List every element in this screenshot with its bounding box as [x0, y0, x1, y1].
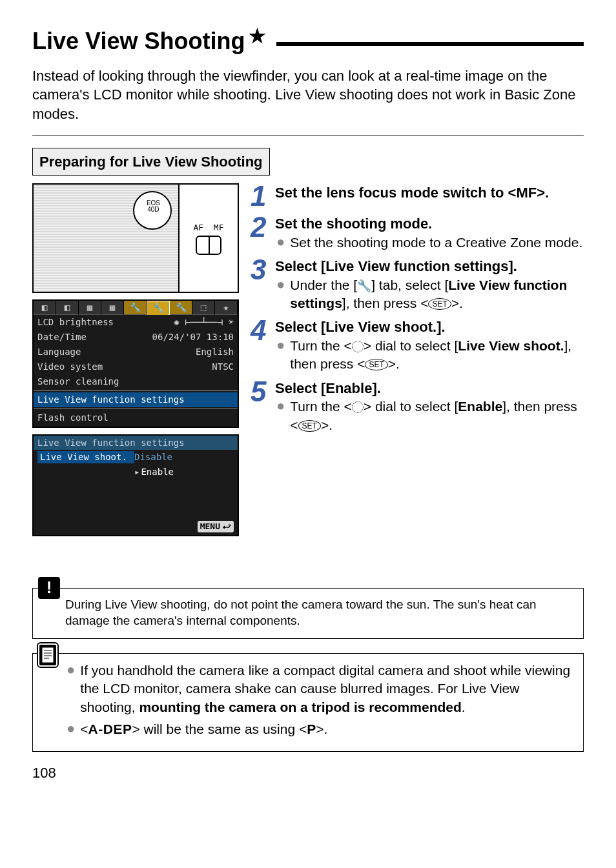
step-body: Select [Live View function settings].●Un… — [275, 257, 584, 312]
notes-icon — [38, 643, 57, 667]
step-number: 5 — [251, 379, 269, 434]
dialog-title: Live View function settings — [34, 436, 238, 450]
title-rule — [276, 42, 584, 46]
step-body: Select [Enable].●Turn the <> dial to sel… — [275, 379, 584, 434]
bullet-icon: ● — [276, 337, 285, 374]
camera-illustration: EOS40D AF MF — [32, 183, 239, 293]
page-title-row: Live View Shooting ★ — [32, 26, 584, 57]
page-number: 108 — [32, 763, 584, 783]
menu-row: Date/Time06/24/'07 13:10 — [34, 330, 238, 345]
step-number: 1 — [251, 183, 269, 209]
step-number: 2 — [251, 214, 269, 252]
page-title: Live View Shooting — [32, 26, 245, 57]
tab-tool1-icon: 🔧 — [124, 301, 147, 315]
step: 2Set the shooting mode.●Set the shooting… — [251, 214, 584, 252]
tab-cam1-icon: ◧ — [34, 301, 56, 315]
warning-icon: ! — [38, 577, 60, 599]
af-mf-label: AF MF — [194, 222, 224, 234]
menu-row: LanguageEnglish — [34, 345, 238, 359]
step-body: Select [Live View shoot.].●Turn the <> d… — [275, 318, 584, 373]
tab-cf-icon: ⬚ — [192, 301, 215, 315]
caret-icon: ▸ — [134, 467, 139, 477]
focus-switch-panel: AF MF — [180, 185, 238, 292]
tab-tool3-icon: 🔧 — [170, 301, 192, 315]
dialog-option-row: Live View shoot. Disable — [34, 450, 238, 465]
return-icon: ⮐ — [223, 521, 231, 532]
note-1-text: If you handhold the camera like a compac… — [80, 661, 574, 716]
option-disable: Disable — [134, 451, 172, 463]
step: 1Set the lens focus mode switch to <MF>. — [251, 183, 584, 209]
step-title: Select [Live View function settings]. — [275, 257, 584, 276]
bullet-text: Under the [🔧] tab, select [Live View fun… — [290, 276, 584, 313]
warning-text: During Live View shooting, do not point … — [65, 598, 537, 628]
eos-badge: EOS40D — [147, 200, 160, 213]
dialog-label: Live View shoot. — [37, 451, 134, 463]
bullet-text: Set the shooting mode to a Creative Zone… — [290, 234, 582, 252]
note-bullet-2: ● <A-DEP> will be the same as using <P>. — [65, 720, 574, 738]
warning-box: ! During Live View shooting, do not poin… — [32, 588, 584, 639]
step-title: Set the shooting mode. — [275, 214, 582, 234]
step-body: Set the lens focus mode switch to <MF>. — [275, 183, 549, 209]
left-column: EOS40D AF MF ◧ ◧ ▦ ▦ 🔧 🔧 🔧 ⬚ ★ — [32, 183, 239, 542]
tab-star-icon: ★ — [215, 301, 238, 315]
intro-text: Instead of looking through the viewfinde… — [32, 66, 584, 136]
svg-rect-0 — [42, 647, 54, 663]
step-title: Set the lens focus mode switch to <MF>. — [275, 183, 549, 203]
lcd-menu-settings: ◧ ◧ ▦ ▦ 🔧 🔧 🔧 ⬚ ★ LCD brightness✺ ⊢──┴──… — [32, 299, 239, 427]
bullet-text: Turn the <> dial to select [Enable], the… — [290, 398, 584, 434]
step-bullet: ●Turn the <> dial to select [Live View s… — [275, 337, 584, 374]
tab-play2-icon: ▦ — [101, 301, 124, 315]
step-number: 4 — [251, 318, 269, 373]
bullet-icon: ● — [67, 720, 75, 738]
step-bullet: ●Under the [🔧] tab, select [Live View fu… — [275, 276, 584, 313]
bullet-icon: ● — [67, 661, 75, 716]
step-title: Select [Live View shoot.]. — [275, 318, 584, 337]
tab-row: ◧ ◧ ▦ ▦ 🔧 🔧 🔧 ⬚ ★ — [34, 301, 238, 315]
camera-body: EOS40D — [34, 185, 180, 292]
body-row: EOS40D AF MF ◧ ◧ ▦ ▦ 🔧 🔧 🔧 ⬚ ★ — [32, 183, 584, 542]
tab-tool2-icon: 🔧 — [147, 301, 170, 315]
lcd-liveview-dialog: Live View function settings Live View sh… — [32, 434, 239, 536]
menu-row: LCD brightness✺ ⊢──┴──⊣ ☀ — [34, 315, 238, 330]
step-body: Set the shooting mode.●Set the shooting … — [275, 214, 582, 252]
step-bullet: ●Turn the <> dial to select [Enable], th… — [275, 398, 584, 434]
bullet-text: Turn the <> dial to select [Live View sh… — [290, 337, 584, 374]
tab-cam2-icon: ◧ — [56, 301, 79, 315]
bullet-icon: ● — [276, 398, 285, 434]
menu-row: Live View function settings — [34, 392, 238, 407]
star-icon: ★ — [249, 23, 266, 50]
steps-column: 1Set the lens focus mode switch to <MF>.… — [251, 183, 584, 542]
step-bullet: ●Set the shooting mode to a Creative Zon… — [275, 234, 582, 252]
menu-row: Sensor cleaning — [34, 374, 238, 389]
option-enable: ▸Enable — [134, 466, 174, 478]
dialog-footer: MENU ⮐ — [34, 518, 238, 534]
step: 3Select [Live View function settings].●U… — [251, 257, 584, 312]
bullet-icon: ● — [276, 276, 285, 313]
bullet-icon: ● — [276, 234, 285, 252]
step: 5Select [Enable].●Turn the <> dial to se… — [251, 379, 584, 434]
step: 4Select [Live View shoot.].●Turn the <> … — [251, 318, 584, 373]
lcd1-rows: LCD brightness✺ ⊢──┴──⊣ ☀Date/Time06/24/… — [34, 315, 238, 425]
note-2-text: <A-DEP> will be the same as using <P>. — [80, 720, 327, 738]
menu-row: Video systemNTSC — [34, 359, 238, 374]
step-title: Select [Enable]. — [275, 379, 584, 398]
dialog-option-enable-row: ▸Enable — [34, 465, 238, 479]
menu-back-button: MENU ⮐ — [198, 521, 234, 532]
notes-box: ● If you handhold the camera like a comp… — [32, 653, 584, 752]
step-number: 3 — [251, 257, 269, 312]
section-heading: Preparing for Live View Shooting — [32, 148, 270, 176]
note-bullet-1: ● If you handhold the camera like a comp… — [65, 661, 574, 716]
menu-row: Flash control — [34, 410, 238, 425]
focus-switch-icon — [196, 236, 221, 255]
tab-play1-icon: ▦ — [79, 301, 101, 315]
